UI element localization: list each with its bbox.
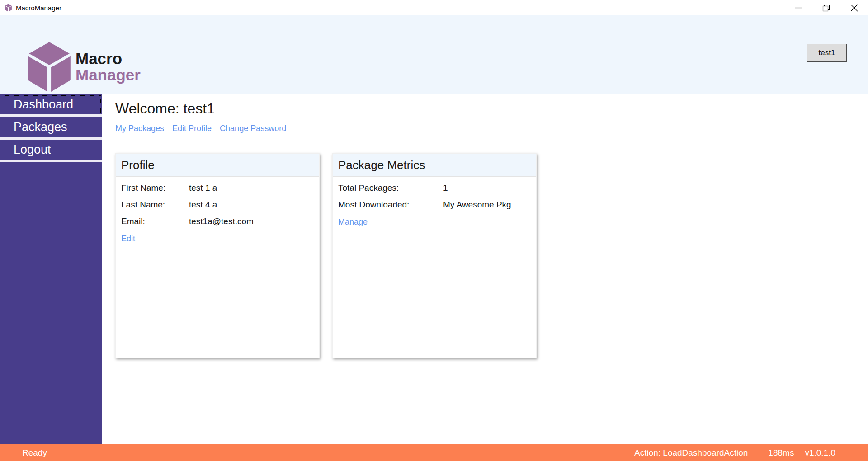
field-label: First Name:	[121, 183, 189, 193]
profile-card: Profile First Name: test 1 a Last Name: …	[115, 153, 320, 358]
quick-links: My Packages Edit Profile Change Password	[115, 124, 868, 133]
status-right-cluster: Action: LoadDashboardAction 188ms v1.0.1…	[634, 448, 868, 458]
status-ready: Ready	[22, 448, 47, 458]
sidebar-item-logout[interactable]: Logout	[0, 140, 102, 162]
logo-text-manager: Manager	[75, 67, 141, 83]
main-content: Welcome: test1 My Packages Edit Profile …	[102, 94, 868, 444]
cards-row: Profile First Name: test 1 a Last Name: …	[115, 153, 868, 358]
field-label: Total Packages:	[338, 183, 443, 193]
status-duration: 188ms	[768, 448, 794, 458]
window-title: MacroManager	[16, 4, 61, 12]
profile-card-title: Profile	[116, 154, 319, 177]
field-value: My Awesome Pkg	[443, 200, 511, 210]
my-packages-link[interactable]: My Packages	[115, 124, 164, 133]
profile-row-first-name: First Name: test 1 a	[121, 183, 314, 193]
edit-link[interactable]: Edit	[121, 234, 135, 244]
app-cube-icon	[5, 4, 12, 12]
metrics-row-total-packages: Total Packages: 1	[338, 183, 531, 193]
logo: Macro Manager	[25, 41, 141, 93]
metrics-row-most-downloaded: Most Downloaded: My Awesome Pkg	[338, 200, 531, 210]
manage-link[interactable]: Manage	[338, 217, 368, 227]
minimize-icon	[794, 4, 802, 12]
logo-text: Macro Manager	[75, 51, 141, 83]
field-value: test1a@test.com	[189, 216, 254, 226]
package-metrics-card-title: Package Metrics	[333, 154, 536, 177]
edit-profile-link[interactable]: Edit Profile	[172, 124, 212, 133]
package-metrics-card: Package Metrics Total Packages: 1 Most D…	[332, 153, 537, 358]
close-icon	[850, 4, 858, 12]
field-label: Last Name:	[121, 200, 189, 210]
profile-row-last-name: Last Name: test 4 a	[121, 200, 314, 210]
user-button[interactable]: test1	[807, 44, 847, 62]
sidebar: Dashboard Packages Logout	[0, 94, 102, 444]
field-label: Email:	[121, 216, 189, 226]
app-header: Macro Manager test1	[0, 15, 868, 94]
status-version: v1.0.1.0	[805, 448, 835, 458]
profile-card-body: First Name: test 1 a Last Name: test 4 a…	[116, 177, 319, 250]
package-metrics-card-body: Total Packages: 1 Most Downloaded: My Aw…	[333, 177, 536, 233]
status-action: Action: LoadDashboardAction	[634, 448, 748, 458]
field-value: test 4 a	[189, 200, 217, 210]
logo-cube-icon	[25, 41, 74, 93]
logo-text-macro: Macro	[75, 51, 141, 67]
field-label: Most Downloaded:	[338, 200, 443, 210]
titlebar: MacroManager	[0, 0, 868, 15]
minimize-button[interactable]	[784, 0, 812, 15]
sidebar-item-dashboard[interactable]: Dashboard	[0, 94, 102, 117]
change-password-link[interactable]: Change Password	[220, 124, 286, 133]
profile-row-email: Email: test1a@test.com	[121, 216, 314, 226]
statusbar: Ready Action: LoadDashboardAction 188ms …	[0, 444, 868, 461]
welcome-heading: Welcome: test1	[115, 100, 868, 117]
app-window: MacroManager	[0, 0, 868, 461]
close-button[interactable]	[840, 0, 868, 15]
window-controls	[784, 0, 868, 15]
restore-icon	[822, 4, 830, 12]
restore-button[interactable]	[812, 0, 840, 15]
sidebar-item-packages[interactable]: Packages	[0, 117, 102, 140]
field-value: 1	[443, 183, 448, 193]
field-value: test 1 a	[189, 183, 217, 193]
